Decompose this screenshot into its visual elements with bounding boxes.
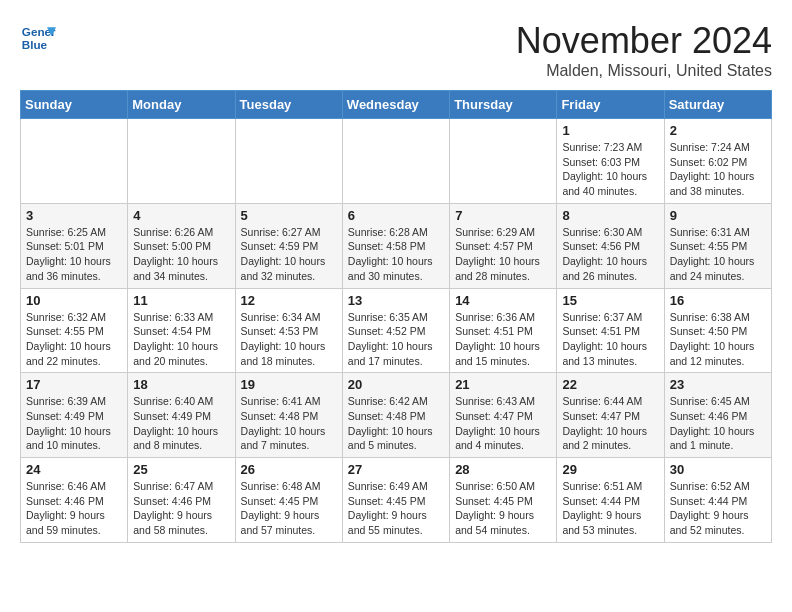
day-number: 1 — [562, 123, 658, 138]
calendar-week-row: 1Sunrise: 7:23 AM Sunset: 6:03 PM Daylig… — [21, 119, 772, 204]
day-number: 23 — [670, 377, 766, 392]
calendar-cell: 20Sunrise: 6:42 AM Sunset: 4:48 PM Dayli… — [342, 373, 449, 458]
day-number: 20 — [348, 377, 444, 392]
calendar-cell: 27Sunrise: 6:49 AM Sunset: 4:45 PM Dayli… — [342, 458, 449, 543]
day-info: Sunrise: 6:32 AM Sunset: 4:55 PM Dayligh… — [26, 310, 122, 369]
day-info: Sunrise: 6:29 AM Sunset: 4:57 PM Dayligh… — [455, 225, 551, 284]
calendar-cell — [128, 119, 235, 204]
calendar-cell: 24Sunrise: 6:46 AM Sunset: 4:46 PM Dayli… — [21, 458, 128, 543]
day-info: Sunrise: 6:37 AM Sunset: 4:51 PM Dayligh… — [562, 310, 658, 369]
day-number: 25 — [133, 462, 229, 477]
day-number: 14 — [455, 293, 551, 308]
weekday-header: Sunday — [21, 91, 128, 119]
calendar-cell — [235, 119, 342, 204]
weekday-header: Monday — [128, 91, 235, 119]
day-number: 12 — [241, 293, 337, 308]
day-number: 22 — [562, 377, 658, 392]
calendar-cell: 10Sunrise: 6:32 AM Sunset: 4:55 PM Dayli… — [21, 288, 128, 373]
calendar-cell: 8Sunrise: 6:30 AM Sunset: 4:56 PM Daylig… — [557, 203, 664, 288]
day-number: 16 — [670, 293, 766, 308]
day-number: 18 — [133, 377, 229, 392]
calendar-cell: 6Sunrise: 6:28 AM Sunset: 4:58 PM Daylig… — [342, 203, 449, 288]
calendar-cell: 18Sunrise: 6:40 AM Sunset: 4:49 PM Dayli… — [128, 373, 235, 458]
calendar-cell: 9Sunrise: 6:31 AM Sunset: 4:55 PM Daylig… — [664, 203, 771, 288]
day-number: 5 — [241, 208, 337, 223]
calendar-cell: 5Sunrise: 6:27 AM Sunset: 4:59 PM Daylig… — [235, 203, 342, 288]
calendar-week-row: 17Sunrise: 6:39 AM Sunset: 4:49 PM Dayli… — [21, 373, 772, 458]
calendar-cell: 28Sunrise: 6:50 AM Sunset: 4:45 PM Dayli… — [450, 458, 557, 543]
calendar-cell: 2Sunrise: 7:24 AM Sunset: 6:02 PM Daylig… — [664, 119, 771, 204]
day-info: Sunrise: 7:23 AM Sunset: 6:03 PM Dayligh… — [562, 140, 658, 199]
calendar-cell: 21Sunrise: 6:43 AM Sunset: 4:47 PM Dayli… — [450, 373, 557, 458]
day-info: Sunrise: 6:38 AM Sunset: 4:50 PM Dayligh… — [670, 310, 766, 369]
day-number: 6 — [348, 208, 444, 223]
calendar-week-row: 10Sunrise: 6:32 AM Sunset: 4:55 PM Dayli… — [21, 288, 772, 373]
day-info: Sunrise: 6:47 AM Sunset: 4:46 PM Dayligh… — [133, 479, 229, 538]
day-info: Sunrise: 6:25 AM Sunset: 5:01 PM Dayligh… — [26, 225, 122, 284]
calendar-table: SundayMondayTuesdayWednesdayThursdayFrid… — [20, 90, 772, 543]
day-info: Sunrise: 6:44 AM Sunset: 4:47 PM Dayligh… — [562, 394, 658, 453]
calendar-cell: 25Sunrise: 6:47 AM Sunset: 4:46 PM Dayli… — [128, 458, 235, 543]
calendar-cell — [21, 119, 128, 204]
day-info: Sunrise: 6:26 AM Sunset: 5:00 PM Dayligh… — [133, 225, 229, 284]
day-number: 26 — [241, 462, 337, 477]
title-block: November 2024 Malden, Missouri, United S… — [516, 20, 772, 80]
calendar-cell: 4Sunrise: 6:26 AM Sunset: 5:00 PM Daylig… — [128, 203, 235, 288]
day-info: Sunrise: 7:24 AM Sunset: 6:02 PM Dayligh… — [670, 140, 766, 199]
calendar-week-row: 3Sunrise: 6:25 AM Sunset: 5:01 PM Daylig… — [21, 203, 772, 288]
day-info: Sunrise: 6:49 AM Sunset: 4:45 PM Dayligh… — [348, 479, 444, 538]
calendar-cell: 11Sunrise: 6:33 AM Sunset: 4:54 PM Dayli… — [128, 288, 235, 373]
day-info: Sunrise: 6:41 AM Sunset: 4:48 PM Dayligh… — [241, 394, 337, 453]
calendar-cell: 30Sunrise: 6:52 AM Sunset: 4:44 PM Dayli… — [664, 458, 771, 543]
month-title: November 2024 — [516, 20, 772, 62]
day-number: 15 — [562, 293, 658, 308]
day-number: 10 — [26, 293, 122, 308]
day-number: 4 — [133, 208, 229, 223]
calendar-cell — [450, 119, 557, 204]
day-info: Sunrise: 6:27 AM Sunset: 4:59 PM Dayligh… — [241, 225, 337, 284]
day-number: 28 — [455, 462, 551, 477]
day-info: Sunrise: 6:52 AM Sunset: 4:44 PM Dayligh… — [670, 479, 766, 538]
day-info: Sunrise: 6:35 AM Sunset: 4:52 PM Dayligh… — [348, 310, 444, 369]
location-title: Malden, Missouri, United States — [516, 62, 772, 80]
calendar-cell: 26Sunrise: 6:48 AM Sunset: 4:45 PM Dayli… — [235, 458, 342, 543]
day-number: 21 — [455, 377, 551, 392]
day-number: 8 — [562, 208, 658, 223]
day-info: Sunrise: 6:51 AM Sunset: 4:44 PM Dayligh… — [562, 479, 658, 538]
day-info: Sunrise: 6:45 AM Sunset: 4:46 PM Dayligh… — [670, 394, 766, 453]
calendar-cell: 3Sunrise: 6:25 AM Sunset: 5:01 PM Daylig… — [21, 203, 128, 288]
calendar-cell: 13Sunrise: 6:35 AM Sunset: 4:52 PM Dayli… — [342, 288, 449, 373]
day-info: Sunrise: 6:40 AM Sunset: 4:49 PM Dayligh… — [133, 394, 229, 453]
calendar-cell: 14Sunrise: 6:36 AM Sunset: 4:51 PM Dayli… — [450, 288, 557, 373]
weekday-header: Wednesday — [342, 91, 449, 119]
day-info: Sunrise: 6:42 AM Sunset: 4:48 PM Dayligh… — [348, 394, 444, 453]
day-info: Sunrise: 6:28 AM Sunset: 4:58 PM Dayligh… — [348, 225, 444, 284]
day-number: 27 — [348, 462, 444, 477]
day-info: Sunrise: 6:43 AM Sunset: 4:47 PM Dayligh… — [455, 394, 551, 453]
day-info: Sunrise: 6:39 AM Sunset: 4:49 PM Dayligh… — [26, 394, 122, 453]
weekday-header: Friday — [557, 91, 664, 119]
day-number: 30 — [670, 462, 766, 477]
weekday-header: Tuesday — [235, 91, 342, 119]
calendar-cell: 16Sunrise: 6:38 AM Sunset: 4:50 PM Dayli… — [664, 288, 771, 373]
weekday-header: Thursday — [450, 91, 557, 119]
weekday-header: Saturday — [664, 91, 771, 119]
day-number: 29 — [562, 462, 658, 477]
day-info: Sunrise: 6:31 AM Sunset: 4:55 PM Dayligh… — [670, 225, 766, 284]
calendar-cell — [342, 119, 449, 204]
logo: General Blue — [20, 20, 56, 56]
calendar-cell: 23Sunrise: 6:45 AM Sunset: 4:46 PM Dayli… — [664, 373, 771, 458]
day-info: Sunrise: 6:30 AM Sunset: 4:56 PM Dayligh… — [562, 225, 658, 284]
day-number: 3 — [26, 208, 122, 223]
calendar-cell: 15Sunrise: 6:37 AM Sunset: 4:51 PM Dayli… — [557, 288, 664, 373]
day-number: 24 — [26, 462, 122, 477]
calendar-cell: 7Sunrise: 6:29 AM Sunset: 4:57 PM Daylig… — [450, 203, 557, 288]
calendar-cell: 19Sunrise: 6:41 AM Sunset: 4:48 PM Dayli… — [235, 373, 342, 458]
day-info: Sunrise: 6:36 AM Sunset: 4:51 PM Dayligh… — [455, 310, 551, 369]
day-number: 13 — [348, 293, 444, 308]
day-number: 19 — [241, 377, 337, 392]
calendar-cell: 17Sunrise: 6:39 AM Sunset: 4:49 PM Dayli… — [21, 373, 128, 458]
svg-text:Blue: Blue — [22, 38, 48, 51]
day-info: Sunrise: 6:48 AM Sunset: 4:45 PM Dayligh… — [241, 479, 337, 538]
calendar-header-row: SundayMondayTuesdayWednesdayThursdayFrid… — [21, 91, 772, 119]
